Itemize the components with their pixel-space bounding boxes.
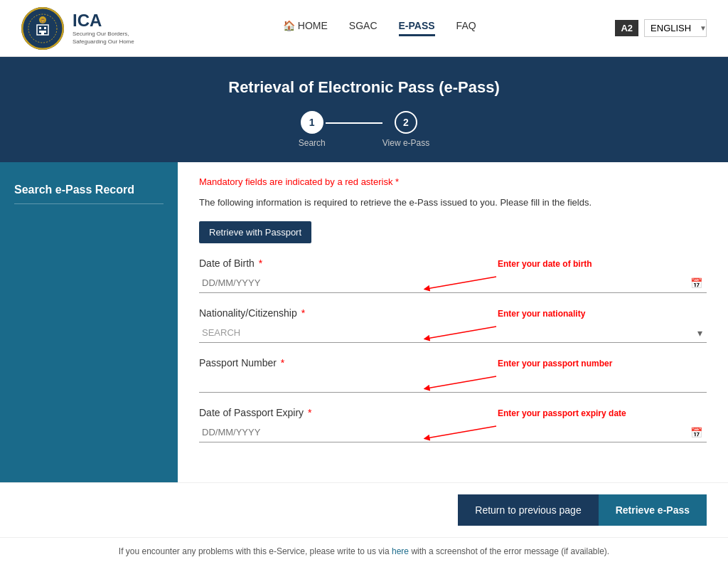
dob-annotation: Enter your date of birth xyxy=(498,259,592,269)
passport-number-annotation: Enter your passport number xyxy=(498,359,612,369)
mandatory-asterisk: * xyxy=(395,176,399,187)
form-area: Mandatory fields are indicated by a red … xyxy=(178,162,728,482)
dob-field-group: Date of Birth * 📅 Enter your date of bir… xyxy=(199,258,707,293)
svg-text:🦁: 🦁 xyxy=(41,18,46,23)
mandatory-note: Mandatory fields are indicated by a red … xyxy=(199,176,707,187)
logo-text-area: ICA Securing Our Borders, Safeguarding O… xyxy=(73,11,144,46)
passport-expiry-arrow xyxy=(419,423,498,444)
svg-line-12 xyxy=(427,376,496,388)
nationality-label: Nationality/Citizenship * xyxy=(199,307,707,319)
nav-sgac[interactable]: SGAC xyxy=(349,20,378,36)
sidebar-title: Search e-Pass Record xyxy=(14,176,164,204)
svg-rect-4 xyxy=(39,31,41,33)
step-1-circle: 1 xyxy=(301,111,323,134)
step-1: 1 Search xyxy=(299,111,326,148)
passport-expiry-annotation: Enter your passport expiry date xyxy=(498,408,626,418)
sidebar: Search e-Pass Record xyxy=(0,162,178,482)
dob-required: * xyxy=(259,258,262,269)
step-connector xyxy=(326,122,382,124)
lang-dropdown-icon: ▼ xyxy=(700,24,707,32)
dob-label: Date of Birth * xyxy=(199,258,707,269)
svg-rect-2 xyxy=(39,27,41,29)
nationality-arrow xyxy=(419,323,498,344)
footer-note: If you encounter any problems with this … xyxy=(0,537,728,562)
footer-link[interactable]: here xyxy=(392,546,409,556)
main-nav: 🏠 HOME SGAC E-PASS FAQ xyxy=(283,20,476,36)
logo-subtitle: Securing Our Borders, Safeguarding Our H… xyxy=(73,31,144,46)
svg-rect-6 xyxy=(41,31,44,35)
calendar-icon-expiry: 📅 xyxy=(690,427,702,438)
svg-line-10 xyxy=(427,277,496,289)
calendar-icon-dob: 📅 xyxy=(690,277,702,289)
footer-buttons: Return to previous page Retrieve e-Pass xyxy=(0,482,728,537)
retrieve-epass-button[interactable]: Retrieve e-Pass xyxy=(599,494,707,526)
passport-number-field-group: Passport Number * Enter your passport nu… xyxy=(199,357,707,393)
nationality-field-group: Nationality/Citizenship * SEARCH ▾ Enter… xyxy=(199,307,707,343)
passport-number-label: Passport Number * xyxy=(199,357,707,369)
nav-home[interactable]: 🏠 HOME xyxy=(283,20,328,36)
nav-faq[interactable]: FAQ xyxy=(456,20,476,36)
passport-expiry-field-group: Date of Passport Expiry * 📅 Enter your p… xyxy=(199,407,707,442)
page-title: Retrieval of Electronic Pass (e-Pass) xyxy=(14,78,714,97)
nationality-required: * xyxy=(301,307,305,319)
banner: Retrieval of Electronic Pass (e-Pass) 1 … xyxy=(0,57,728,162)
info-text: The following information is required to… xyxy=(199,196,707,210)
step-2-circle: 2 xyxy=(395,111,417,134)
header: 🦁 ICA Securing Our Borders, Safeguarding… xyxy=(0,0,728,57)
language-select[interactable]: ENGLISH 中文 Melayu தமிழ் xyxy=(644,19,707,37)
nav-epass[interactable]: E-PASS xyxy=(399,20,435,36)
logo-ica: ICA xyxy=(73,11,144,31)
main-content: Search e-Pass Record Mandatory fields ar… xyxy=(0,162,728,482)
lang-icon: A2 xyxy=(615,20,638,36)
step-2-label: View e-Pass xyxy=(382,138,429,148)
step-2: 2 View e-Pass xyxy=(382,111,429,148)
dob-arrow xyxy=(419,273,498,295)
return-button[interactable]: Return to previous page xyxy=(458,494,598,526)
svg-line-13 xyxy=(427,426,496,438)
passport-expiry-label: Date of Passport Expiry * xyxy=(199,407,707,418)
nationality-dropdown-icon: ▾ xyxy=(697,327,702,339)
passport-number-required: * xyxy=(281,357,284,369)
logo: 🦁 xyxy=(21,7,64,50)
home-icon: 🏠 xyxy=(283,20,295,31)
passport-expiry-required: * xyxy=(308,407,311,418)
passport-number-arrow xyxy=(419,373,498,394)
retrieve-with-passport-button[interactable]: Retrieve with Passport xyxy=(199,221,311,243)
svg-rect-5 xyxy=(44,31,46,33)
step-1-label: Search xyxy=(299,138,326,148)
nationality-annotation: Enter your nationality xyxy=(498,309,585,319)
logo-area: 🦁 ICA Securing Our Borders, Safeguarding… xyxy=(21,7,144,50)
svg-rect-3 xyxy=(44,27,46,29)
svg-line-11 xyxy=(427,327,496,339)
language-selector-area: A2 ENGLISH 中文 Melayu தமிழ் ▼ xyxy=(615,19,707,37)
steps-indicator: 1 Search 2 View e-Pass xyxy=(14,111,714,148)
